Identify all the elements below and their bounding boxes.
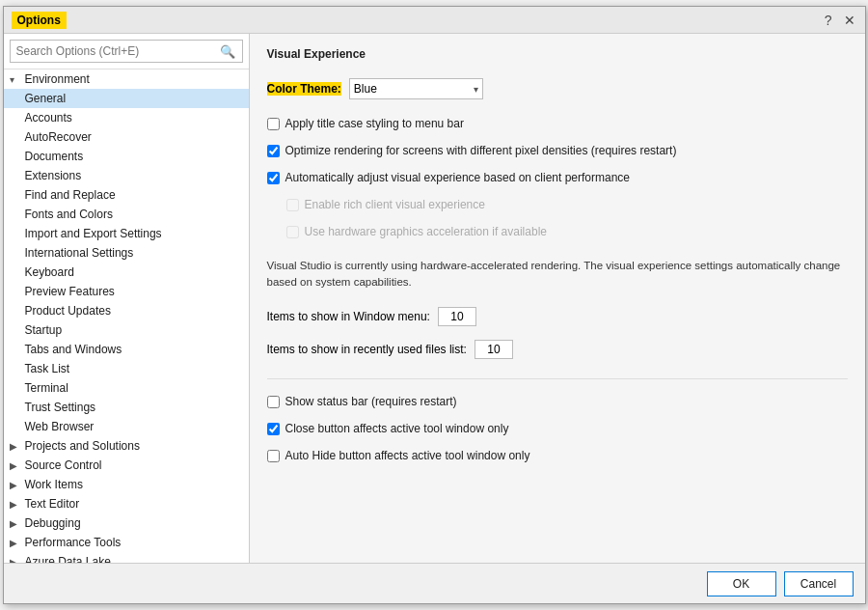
window-menu-input[interactable] (438, 307, 476, 326)
tree-item-import-export[interactable]: Import and Export Settings (4, 224, 249, 243)
checkbox-close-btn: Close button affects active tool window … (267, 422, 848, 435)
search-icon: 🔍 (220, 44, 235, 59)
tree-item-accounts-label: Accounts (25, 111, 72, 125)
checkbox-autohide-btn: Auto Hide button affects active tool win… (267, 449, 848, 462)
tree-item-keyboard[interactable]: Keyboard (4, 263, 249, 282)
tree-performance-tools[interactable]: ▶ Performance Tools (4, 533, 249, 552)
tree-item-extensions-label: Extensions (25, 169, 82, 182)
tree-work-label: Work Items (25, 478, 83, 491)
tree-item-trust-settings-label: Trust Settings (25, 401, 96, 414)
tree-azure-data-label: Azure Data Lake (25, 555, 111, 563)
tree-debugging-label: Debugging (25, 516, 81, 530)
tree-item-documents-label: Documents (25, 150, 84, 163)
tree-projects-label: Projects and Solutions (25, 439, 140, 453)
help-button[interactable]: ? (823, 14, 834, 27)
dialog-body: 🔍 ▾ Environment General Accounts AutoRec… (4, 34, 865, 563)
expand-icon-source: ▶ (10, 460, 21, 471)
expand-icon-debug: ▶ (10, 518, 21, 529)
tree-text-label: Text Editor (25, 497, 80, 511)
tree-item-web-browser-label: Web Browser (25, 420, 95, 433)
color-theme-label: Color Theme: (267, 82, 341, 96)
checkbox-title-case-label: Apply title case styling to menu bar (285, 117, 464, 130)
tree-item-web-browser[interactable]: Web Browser (4, 417, 249, 436)
tree-item-accounts[interactable]: Accounts (4, 108, 249, 127)
window-menu-row: Items to show in Window menu: (267, 307, 848, 326)
checkbox-rich-client-label: Enable rich client visual experience (305, 198, 485, 211)
color-theme-select[interactable]: Blue Dark Light Blue (Extra Contrast) (349, 78, 483, 99)
checkbox-auto-adjust-input[interactable] (267, 172, 280, 184)
tree-item-terminal[interactable]: Terminal (4, 378, 249, 398)
checkbox-rich-client: Enable rich client visual experience (267, 198, 848, 211)
expand-icon-work: ▶ (10, 480, 21, 490)
tree-item-fonts-colors-label: Fonts and Colors (25, 208, 113, 221)
ok-button[interactable]: OK (707, 571, 776, 596)
checkbox-status-bar-input[interactable] (267, 396, 280, 408)
tree-performance-label: Performance Tools (25, 536, 122, 549)
checkbox-auto-adjust-label: Automatically adjust visual experience b… (285, 171, 631, 184)
cancel-button[interactable]: Cancel (784, 571, 854, 596)
tree-item-general-label: General (25, 92, 67, 105)
color-theme-select-wrap: Blue Dark Light Blue (Extra Contrast) (349, 78, 483, 99)
expand-icon-perf: ▶ (10, 538, 21, 548)
recent-files-input[interactable] (475, 340, 513, 359)
tree-item-documents[interactable]: Documents (4, 147, 249, 166)
title-bar: Options ? ✕ (4, 7, 865, 34)
tree-item-terminal-label: Terminal (25, 381, 68, 395)
tree-azure-data-lake[interactable]: ▶ Azure Data Lake (4, 552, 249, 563)
checkbox-hw-accel-label: Use hardware graphics acceleration if av… (305, 225, 547, 238)
info-text: Visual Studio is currently using hardwar… (267, 258, 848, 291)
section-title: Visual Experience (267, 47, 848, 61)
expand-icon-text: ▶ (10, 499, 21, 510)
tree-source-control[interactable]: ▶ Source Control (4, 456, 249, 475)
tree-item-autorecover-label: AutoRecover (25, 130, 92, 144)
tree: ▾ Environment General Accounts AutoRecov… (4, 69, 249, 563)
checkbox-optimize-rendering: Optimize rendering for screens with diff… (267, 144, 848, 157)
tree-item-fonts-colors[interactable]: Fonts and Colors (4, 205, 249, 224)
checkbox-title-case-input[interactable] (267, 118, 280, 130)
tree-item-find-replace[interactable]: Find and Replace (4, 185, 249, 205)
checkbox-hw-accel-input (286, 226, 299, 238)
tree-item-trust-settings[interactable]: Trust Settings (4, 398, 249, 417)
tree-environment[interactable]: ▾ Environment (4, 69, 249, 89)
tree-work-items[interactable]: ▶ Work Items (4, 475, 249, 494)
expand-icon: ▾ (10, 74, 21, 85)
dialog-footer: OK Cancel (4, 563, 865, 603)
tree-text-editor[interactable]: ▶ Text Editor (4, 494, 249, 513)
tree-item-tabs-windows[interactable]: Tabs and Windows (4, 340, 249, 359)
tree-item-tabs-windows-label: Tabs and Windows (25, 343, 122, 356)
tree-item-startup-label: Startup (25, 323, 63, 337)
tree-item-keyboard-label: Keyboard (25, 265, 74, 279)
close-button[interactable]: ✕ (842, 14, 857, 27)
tree-projects-solutions[interactable]: ▶ Projects and Solutions (4, 436, 249, 456)
checkbox-autohide-btn-input[interactable] (267, 450, 280, 462)
tree-item-startup[interactable]: Startup (4, 320, 249, 340)
dialog-title: Options (12, 12, 67, 29)
checkbox-optimize-rendering-input[interactable] (267, 145, 280, 157)
tree-item-task-list[interactable]: Task List (4, 359, 249, 378)
checkbox-rich-client-input (286, 199, 299, 211)
tree-source-label: Source Control (25, 458, 102, 472)
tree-item-extensions[interactable]: Extensions (4, 166, 249, 185)
checkbox-close-btn-input[interactable] (267, 423, 280, 435)
search-input[interactable] (10, 40, 243, 63)
right-panel: Visual Experience Color Theme: Blue Dark… (250, 34, 865, 563)
tree-item-general[interactable]: General (4, 89, 249, 108)
tree-item-preview-label: Preview Features (25, 285, 115, 298)
divider (267, 378, 848, 379)
checkbox-optimize-rendering-label: Optimize rendering for screens with diff… (285, 144, 677, 157)
tree-item-task-list-label: Task List (25, 362, 70, 375)
tree-debugging[interactable]: ▶ Debugging (4, 513, 249, 533)
search-box-wrap: 🔍 (4, 34, 249, 69)
tree-item-find-replace-label: Find and Replace (25, 188, 116, 202)
tree-item-product-updates[interactable]: Product Updates (4, 301, 249, 320)
tree-item-autorecover[interactable]: AutoRecover (4, 127, 249, 147)
tree-item-product-updates-label: Product Updates (25, 304, 111, 318)
color-theme-row: Color Theme: Blue Dark Light Blue (Extra… (267, 78, 848, 99)
tree-item-import-export-label: Import and Export Settings (25, 227, 162, 240)
tree-item-preview[interactable]: Preview Features (4, 282, 249, 301)
recent-files-row: Items to show in recently used files lis… (267, 340, 848, 359)
options-dialog: Options ? ✕ 🔍 ▾ Environment General (3, 6, 866, 604)
left-panel: 🔍 ▾ Environment General Accounts AutoRec… (4, 34, 250, 563)
tree-item-intl-settings[interactable]: International Settings (4, 243, 249, 263)
checkbox-autohide-btn-label: Auto Hide button affects active tool win… (285, 449, 530, 462)
